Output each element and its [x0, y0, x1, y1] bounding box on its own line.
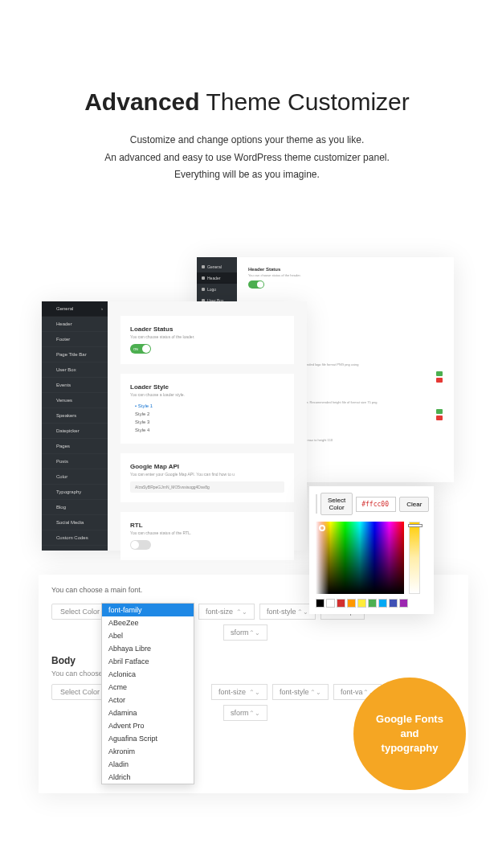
hero-desc: Customize and change options your theme … [32, 132, 462, 184]
menu-icon [202, 288, 205, 291]
hero: Advanced Theme Customizer Customize and … [0, 0, 494, 216]
select-color-button-1[interactable]: Select Color [51, 604, 108, 620]
sidebar-item-speakers[interactable]: Speakers [42, 408, 108, 424]
sidebar-item-venues[interactable]: Venues [42, 393, 108, 408]
sidebar-item-custom-codes[interactable]: Custom Codes [42, 530, 108, 546]
font-size-dropdown-1[interactable]: font-size⌃⌄ [198, 604, 255, 620]
loader-status-title: Loader Status [130, 326, 284, 333]
header-status-toggle[interactable] [248, 280, 264, 289]
preset-swatch[interactable] [368, 599, 377, 608]
preset-swatch[interactable] [337, 599, 345, 608]
select-color-button-2[interactable]: Select Color [51, 684, 108, 700]
loader-style-option[interactable]: Style 3 [135, 418, 284, 426]
alt-logo-remove-button[interactable] [436, 416, 443, 420]
font-size-dropdown-2[interactable]: font-size⌃⌄ [211, 684, 267, 700]
loader-style-option[interactable]: Style 4 [135, 426, 284, 434]
font-option[interactable]: Akronim [102, 745, 194, 758]
menu-icon [48, 429, 52, 433]
hero-title: Advanced Theme Customizer [32, 88, 462, 116]
font-option[interactable]: Aclonica [102, 668, 194, 681]
sidebar-item-footer[interactable]: Footer [42, 332, 108, 347]
logo-add-button[interactable] [436, 371, 443, 376]
menu-icon [202, 265, 205, 268]
menu-icon [48, 475, 52, 479]
font-option[interactable]: Aladin [102, 758, 194, 771]
clear-button[interactable]: Clear [399, 497, 429, 512]
menu-icon [202, 276, 205, 280]
loader-status-toggle[interactable]: ON [130, 344, 151, 354]
menu-icon [48, 399, 52, 403]
font-option[interactable]: ABeeZee [102, 616, 194, 629]
hex-input[interactable] [356, 497, 396, 512]
menu-icon [48, 368, 52, 372]
header-status-title: Header Status [248, 267, 443, 272]
gmap-title: Google Map API [130, 463, 284, 470]
menu-icon [48, 506, 52, 510]
alt-logo-add-button[interactable] [436, 409, 443, 414]
google-fonts-badge: Google Fonts and typography [353, 678, 466, 790]
menu-icon [48, 322, 52, 326]
customizer-panel-general: GeneralHeaderFooterPage Title BarUser Bo… [42, 301, 307, 551]
sidebar-back-item-general[interactable]: General [197, 261, 237, 272]
font-option[interactable]: Advent Pro [102, 719, 194, 732]
menu-icon [48, 444, 52, 448]
sidebar-item-posts[interactable]: Posts [42, 454, 108, 469]
gmap-input[interactable]: AIzaSyBRpeGJmN_MO5vssisogg4Dav8g [130, 481, 284, 493]
sidebar-item-datepicker[interactable]: Datepicker [42, 424, 108, 439]
menu-icon [48, 338, 52, 342]
preset-swatch[interactable] [316, 599, 325, 608]
menu-icon [48, 521, 52, 525]
hue-slider[interactable] [409, 522, 420, 594]
font-option[interactable]: Abril Fatface [102, 655, 194, 668]
sidebar-item-page-title-bar[interactable]: Page Title Bar [42, 347, 108, 362]
font-option[interactable]: Acme [102, 681, 194, 694]
font-option[interactable]: Abhaya Libre [102, 642, 194, 655]
sidebar-item-social-media[interactable]: Social Media [42, 515, 108, 530]
sidebar-back-item-header[interactable]: Header [197, 272, 237, 284]
sidebar-back-item-logo[interactable]: Logo [197, 284, 237, 295]
sidebar-item-events[interactable]: Events [42, 378, 108, 393]
preset-swatch[interactable] [357, 599, 366, 608]
color-picker: Select Color Clear [309, 486, 434, 614]
font-family-dropdown-list[interactable]: font-familyABeeZeeAbelAbhaya LibreAbril … [101, 603, 194, 784]
font-option[interactable]: Adamina [102, 706, 194, 719]
font-option[interactable]: Actor [102, 694, 194, 706]
menu-icon [48, 414, 52, 418]
color-cursor[interactable] [319, 525, 325, 531]
logo-remove-button[interactable] [436, 378, 443, 383]
menu-icon [48, 307, 52, 311]
font-option[interactable]: Abel [102, 629, 194, 642]
hue-handle[interactable] [408, 524, 423, 527]
menu-icon [48, 460, 52, 464]
sidebar-item-blog[interactable]: Blog [42, 500, 108, 515]
saturation-area[interactable] [316, 522, 404, 594]
rtl-toggle[interactable] [130, 540, 151, 550]
font-style-dropdown-2[interactable]: font-style⌃⌄ [272, 684, 329, 700]
color-swatch [316, 494, 317, 514]
font-option[interactable]: font-family [102, 604, 194, 616]
preset-swatch[interactable] [326, 599, 335, 608]
preset-swatch[interactable] [347, 599, 356, 608]
font-style-dropdown-1[interactable]: font-style⌃⌄ [259, 604, 316, 620]
font-option[interactable]: Aldrich [102, 771, 194, 784]
menu-icon [48, 353, 52, 357]
sidebar-item-typography[interactable]: Typography [42, 485, 108, 500]
preset-swatch[interactable] [378, 599, 387, 608]
font-option[interactable]: Aguafina Script [102, 732, 194, 745]
loader-style-option[interactable]: • Style 1 [135, 402, 284, 410]
preset-swatch[interactable] [399, 599, 408, 608]
menu-icon [48, 536, 52, 540]
color-presets [316, 599, 427, 608]
sidebar-item-general[interactable]: General [42, 301, 108, 317]
sidebar-item-user-box[interactable]: User Box [42, 362, 108, 378]
sform-dropdown-1[interactable]: sform⌃⌄ [223, 624, 267, 641]
sform-dropdown-2[interactable]: sform⌃⌄ [223, 705, 267, 721]
sidebar-item-header[interactable]: Header [42, 317, 108, 332]
preset-swatch[interactable] [389, 599, 398, 608]
select-color-button[interactable]: Select Color [320, 493, 353, 515]
panel-front-content: Loader Status You can choose status of t… [108, 301, 307, 551]
sidebar-item-color[interactable]: Color [42, 469, 108, 485]
loader-style-option[interactable]: Style 2 [135, 410, 284, 418]
menu-icon [48, 383, 52, 387]
sidebar-item-pages[interactable]: Pages [42, 439, 108, 454]
